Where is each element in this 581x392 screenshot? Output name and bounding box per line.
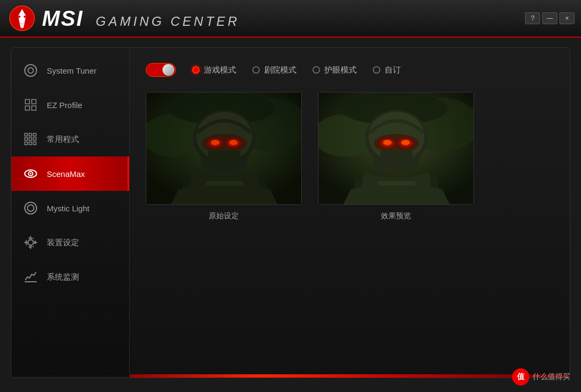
help-button[interactable]: ? [525,12,540,24]
svg-point-51 [383,140,392,145]
sidebar-item-mystic-light[interactable]: Mystic Light [11,191,129,225]
mode-label-eyecare: 护眼模式 [324,65,357,75]
sidebar-label-mystic-light: Mystic Light [47,204,89,213]
sidebar-item-system-tuner[interactable]: System Tuner [11,53,129,88]
svg-rect-10 [25,106,30,110]
svg-rect-17 [33,138,36,140]
svg-point-38 [211,140,219,145]
svg-rect-19 [29,142,32,145]
preview-panels: 原始设定 [146,92,554,367]
svg-rect-54 [378,181,415,186]
svg-rect-13 [29,133,32,136]
sidebar-label-scenamax: ScenaMax [47,169,85,179]
window-controls: ? — × [525,12,575,24]
main-container: System Tuner EZ Profile [11,47,570,378]
apps-icon [22,131,39,148]
watermark-icon: 值 [512,368,529,386]
svg-point-6 [25,65,37,76]
svg-rect-41 [206,181,243,186]
effect-label: 效果预览 [381,211,411,221]
left-bottom-bar [11,374,130,377]
power-toggle[interactable] [146,63,176,77]
svg-point-4 [18,16,20,18]
circle-icon [22,62,39,79]
svg-point-23 [30,173,32,175]
mode-label-cinema: 剧院模式 [264,65,296,75]
svg-rect-28 [25,281,37,282]
original-label: 原始设定 [209,211,239,221]
preview-panel-original: 原始设定 [146,92,302,221]
original-frame [146,92,302,205]
sidebar-item-common-apps[interactable]: 常用程式 [11,122,129,156]
sidebar-item-ez-profile[interactable]: EZ Profile [11,88,129,122]
sidebar: System Tuner EZ Profile [11,48,130,377]
minimize-button[interactable]: — [542,12,557,24]
svg-rect-53 [380,151,413,164]
svg-rect-16 [29,138,32,140]
svg-rect-12 [25,133,27,136]
sidebar-label-system-monitor: 系统监测 [47,272,79,282]
mode-label-custom: 自订 [385,65,401,75]
sidebar-label-device-settings: 装置设定 [47,238,79,248]
eye-icon [22,165,39,182]
svg-rect-20 [33,142,36,145]
svg-rect-15 [25,138,27,140]
sidebar-label-common-apps: 常用程式 [47,134,79,145]
svg-point-27 [26,238,36,247]
mode-bar: 游戏模式 剧院模式 护眼模式 自订 [146,59,554,81]
mode-custom[interactable]: 自订 [373,65,401,75]
sidebar-label-ez-profile: EZ Profile [47,101,82,110]
svg-point-5 [24,16,26,18]
sidebar-label-system-tuner: System Tuner [47,66,97,75]
svg-point-26 [28,240,33,245]
msi-dragon-logo [9,5,36,32]
preview-panel-effect: 效果预览 [318,92,474,221]
grid-icon [22,96,39,113]
svg-point-7 [28,68,33,73]
mode-dot-game [192,66,200,74]
gear-icon [22,234,39,251]
mode-eyecare[interactable]: 护眼模式 [313,65,357,75]
svg-rect-40 [208,151,240,164]
svg-rect-18 [25,142,27,145]
mode-dot-eyecare [313,66,320,74]
bottom-accent-bar [130,374,570,377]
mode-dot-cinema [252,66,260,74]
svg-point-52 [401,140,410,145]
watermark-text: 什么值得买 [533,372,570,382]
content-area: 游戏模式 剧院模式 护眼模式 自订 [130,48,570,377]
chart-icon [22,268,39,286]
ring-icon [22,199,39,217]
sidebar-item-scenamax[interactable]: ScenaMax [11,156,129,191]
svg-point-25 [27,205,34,211]
app-title: msi GAMING CENTER [42,6,240,31]
svg-rect-9 [32,99,36,104]
svg-point-24 [25,202,37,214]
svg-rect-8 [25,99,30,104]
mode-label-game: 游戏模式 [204,65,236,75]
mode-cinema[interactable]: 剧院模式 [252,65,296,75]
effect-frame [318,92,474,205]
close-button[interactable]: × [559,12,575,24]
sidebar-item-device-settings[interactable]: 装置设定 [11,225,129,260]
svg-point-39 [229,140,238,145]
mode-dot-custom [373,66,380,74]
logo-area: msi GAMING CENTER [9,5,240,32]
svg-rect-14 [33,133,36,136]
title-bar: msi GAMING CENTER ? — × [0,0,581,38]
toggle-knob [162,64,174,76]
watermark: 值 什么值得买 [512,368,570,386]
svg-rect-11 [32,106,36,110]
mode-game[interactable]: 游戏模式 [192,65,236,75]
sidebar-item-system-monitor[interactable]: 系统监测 [11,260,129,294]
